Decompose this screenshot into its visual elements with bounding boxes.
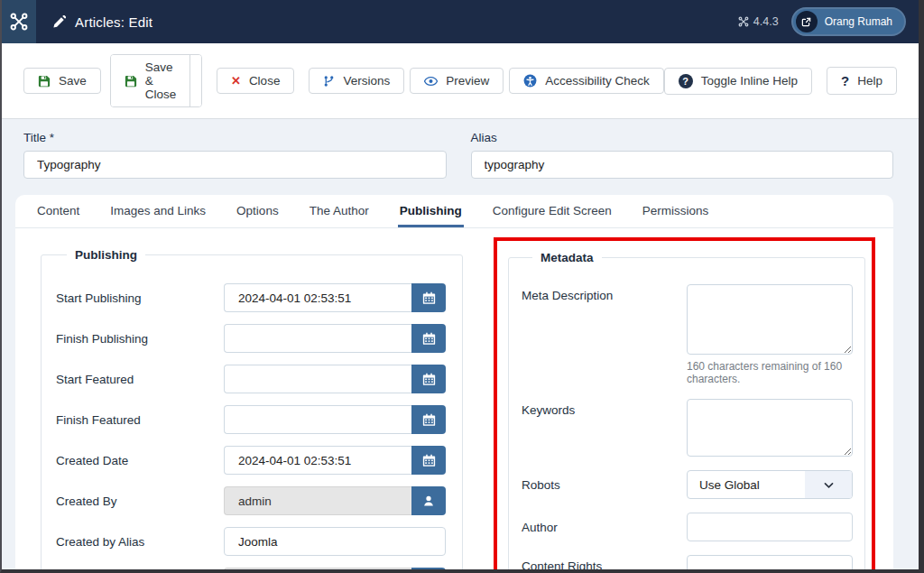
help-button[interactable]: ? Help	[827, 67, 897, 95]
save-close-label: Save & Close	[145, 60, 177, 101]
version-number: 4.4.3	[753, 15, 779, 28]
action-toolbar: Save Save & Close ✕ Close Versions	[2, 43, 919, 119]
content-rights-row: Content Rights	[522, 555, 853, 573]
author-label: Author	[522, 521, 687, 534]
save-close-button[interactable]: Save & Close	[111, 55, 190, 106]
calendar-button[interactable]	[411, 405, 446, 434]
title-label: Title *	[23, 131, 447, 144]
publishing-legend: Publishing	[67, 248, 145, 262]
user-menu-button[interactable]: Orang Rumah	[791, 7, 906, 36]
keywords-textarea[interactable]	[687, 399, 853, 457]
toggle-inline-help-label: Toggle Inline Help	[701, 74, 798, 88]
question-icon: ?	[841, 73, 849, 88]
joomla-logo-icon	[9, 12, 29, 32]
content-rights-label: Content Rights	[522, 555, 687, 573]
question-circle-icon: ?	[679, 74, 693, 88]
metadata-highlight-rectangle: Metadata Meta Description 160 characters…	[494, 237, 875, 573]
modified-date-row: Modified Date	[56, 568, 446, 573]
chevron-down-icon	[805, 471, 852, 498]
edit-form-card: Content Images and Links Options The Aut…	[15, 195, 893, 573]
finish-featured-row: Finish Featured	[56, 405, 446, 434]
tab-configure-edit-screen[interactable]: Configure Edit Screen	[491, 195, 614, 227]
calendar-button[interactable]	[411, 568, 446, 573]
start-featured-input[interactable]	[224, 365, 411, 393]
preview-button[interactable]: Preview	[410, 68, 504, 94]
created-by-row: Created By	[56, 486, 446, 515]
created-by-input	[224, 486, 411, 515]
close-icon: ✕	[231, 74, 241, 88]
keywords-label: Keywords	[522, 399, 687, 417]
top-navbar: Articles: Edit 4.4.3	[2, 0, 919, 43]
meta-description-label: Meta Description	[522, 284, 687, 302]
start-publishing-row: Start Publishing	[56, 283, 446, 312]
calendar-button[interactable]	[411, 446, 446, 475]
finish-publishing-label: Finish Publishing	[56, 332, 224, 346]
alias-label: Alias	[471, 131, 894, 144]
joomla-logo-tile[interactable]	[2, 0, 36, 43]
eye-icon	[424, 76, 438, 87]
meta-description-textarea[interactable]	[687, 284, 853, 355]
created-by-alias-input[interactable]	[224, 527, 446, 556]
content-rights-textarea[interactable]	[687, 555, 853, 573]
select-user-button[interactable]	[411, 486, 446, 515]
calendar-icon	[422, 454, 436, 467]
tab-permissions[interactable]: Permissions	[641, 195, 711, 227]
joomla-mini-icon	[738, 16, 749, 27]
meta-description-row: Meta Description 160 characters remainin…	[522, 284, 853, 385]
calendar-icon	[422, 332, 436, 346]
save-options-dropdown-toggle[interactable]	[189, 55, 202, 106]
tab-the-author[interactable]: The Author	[308, 195, 371, 227]
modified-date-input	[224, 568, 411, 573]
robots-label: Robots	[522, 478, 687, 492]
versions-label: Versions	[343, 74, 390, 88]
finish-featured-label: Finish Featured	[56, 413, 224, 427]
joomla-version: 4.4.3	[738, 15, 779, 28]
calendar-button[interactable]	[411, 283, 446, 312]
calendar-icon	[422, 413, 436, 427]
finish-publishing-row: Finish Publishing	[56, 324, 446, 353]
title-alias-section: Title * Alias	[2, 119, 919, 195]
chevron-down-icon	[201, 76, 202, 87]
accessibility-icon	[523, 74, 537, 88]
app-window: Articles: Edit 4.4.3	[0, 0, 924, 573]
tab-options[interactable]: Options	[235, 195, 281, 227]
tab-images-and-links[interactable]: Images and Links	[108, 195, 208, 227]
tab-content[interactable]: Content	[35, 195, 81, 227]
author-row: Author	[522, 513, 853, 541]
accessibility-label: Accessibility Check	[545, 74, 650, 88]
keywords-row: Keywords	[522, 399, 853, 457]
metadata-fieldset: Metadata Meta Description 160 characters…	[508, 251, 865, 573]
created-date-label: Created Date	[56, 454, 224, 467]
meta-description-hint: 160 characters remaining of 160 characte…	[687, 360, 853, 385]
start-featured-label: Start Featured	[56, 373, 224, 386]
page-title: Articles: Edit	[75, 14, 152, 30]
title-input[interactable]	[23, 151, 447, 179]
robots-select[interactable]: Use Global	[687, 470, 853, 499]
finish-featured-input[interactable]	[224, 405, 411, 434]
save-label: Save	[59, 74, 87, 88]
code-branch-icon	[323, 75, 335, 88]
toggle-inline-help-button[interactable]: ? Toggle Inline Help	[664, 68, 812, 95]
save-icon	[38, 75, 51, 88]
external-link-icon	[796, 11, 818, 32]
save-button[interactable]: Save	[23, 68, 101, 94]
start-publishing-input[interactable]	[224, 283, 411, 312]
tab-publishing[interactable]: Publishing	[398, 195, 464, 227]
created-by-label: Created By	[56, 494, 224, 508]
calendar-button[interactable]	[411, 324, 446, 353]
user-name: Orang Rumah	[825, 15, 892, 28]
author-input[interactable]	[687, 513, 853, 541]
finish-publishing-input[interactable]	[224, 324, 411, 353]
save-icon	[125, 75, 137, 88]
metadata-legend: Metadata	[532, 251, 602, 264]
alias-input[interactable]	[471, 151, 894, 179]
start-publishing-label: Start Publishing	[56, 291, 224, 305]
close-button[interactable]: ✕ Close	[217, 68, 294, 94]
calendar-button[interactable]	[411, 365, 446, 393]
created-date-row: Created Date	[56, 446, 446, 475]
created-date-input[interactable]	[224, 446, 411, 475]
versions-button[interactable]: Versions	[309, 68, 404, 94]
accessibility-check-button[interactable]: Accessibility Check	[509, 68, 664, 94]
tab-bar: Content Images and Links Options The Aut…	[15, 195, 893, 228]
created-by-alias-label: Created by Alias	[56, 535, 224, 549]
